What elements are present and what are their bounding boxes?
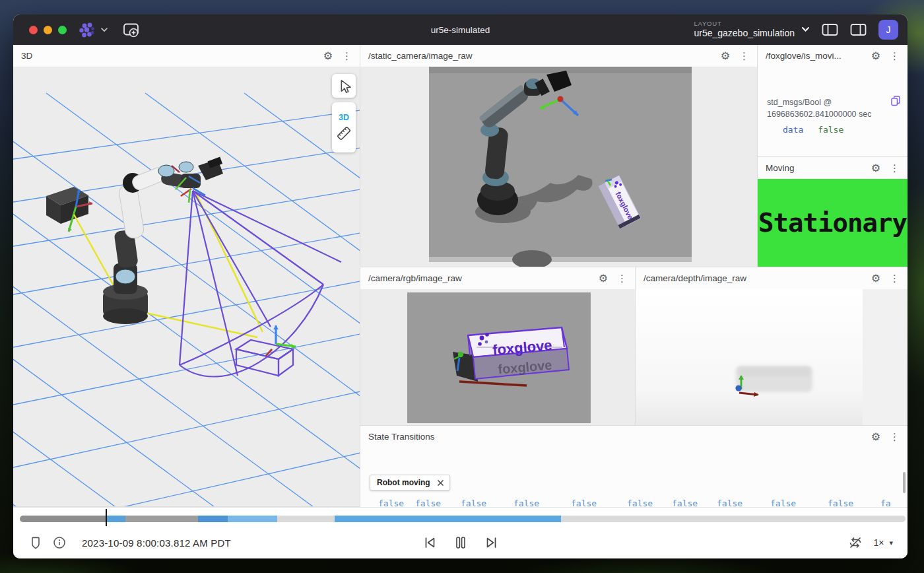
playback-bar: 2023-10-09 8:00:03.812 AM PDT: [13, 507, 908, 558]
info-icon[interactable]: [53, 536, 66, 549]
scrubber-segment: [125, 516, 198, 522]
panel-menu-icon[interactable]: ⋮: [884, 432, 901, 442]
foxglove-logo-icon: [79, 22, 96, 38]
panel-static-camera: /static_camera/image_raw ⚙ ⋮: [360, 45, 758, 267]
state-value-label: false: [828, 498, 853, 507]
panel-menu-icon[interactable]: ⋮: [612, 273, 628, 283]
message-field-row[interactable]: data false: [783, 124, 900, 137]
window-controls: [29, 26, 67, 34]
layout-label: LAYOUT: [694, 20, 795, 28]
state-value-label: false: [672, 498, 698, 507]
settings-gear-icon[interactable]: ⚙: [867, 432, 884, 442]
panel-state-transitions-header: State Transitions ⚙ ⋮: [360, 426, 908, 448]
user-avatar-button[interactable]: J: [878, 20, 898, 40]
scrubber-track[interactable]: [20, 516, 906, 522]
indicator-display: Stationary: [758, 179, 908, 267]
zoom-window-button[interactable]: [58, 26, 67, 34]
state-value-label: false: [770, 498, 796, 507]
panel-3d-header: 3D ⚙ ⋮: [13, 45, 360, 67]
loop-disabled-icon[interactable]: [847, 535, 863, 550]
panel-static-camera-header: /static_camera/image_raw ⚙ ⋮: [360, 45, 757, 67]
panel-indicator: Moving ⚙ ⋮ Stationary: [758, 157, 908, 267]
panel-title: /camera/rgb/image_raw: [368, 273, 595, 283]
add-panel-button[interactable]: [123, 22, 141, 38]
panel-rgb-camera: /camera/rgb/image_raw ⚙ ⋮: [360, 267, 636, 426]
playback-speed-button[interactable]: 1× ▾: [874, 537, 894, 548]
scrubber-segment: [198, 516, 228, 522]
seek-forward-button[interactable]: [484, 536, 499, 549]
state-value-label: false: [627, 498, 653, 507]
titlebar: ur5e-simulated LAYOUT ur5e_gazebo_simula…: [13, 15, 908, 45]
playhead-marker[interactable]: [106, 509, 107, 526]
settings-gear-icon[interactable]: ⚙: [319, 51, 337, 61]
camera-cube-marker: [46, 187, 92, 232]
settings-gear-icon[interactable]: ⚙: [867, 51, 884, 61]
scrubber-segment: [106, 516, 125, 522]
state-value-label: fa: [880, 498, 891, 507]
state-value-label: false: [378, 498, 404, 507]
rgb-camera-image[interactable]: foxglove foxglove: [360, 289, 635, 425]
minimize-window-button[interactable]: [44, 26, 52, 34]
panel-menu-icon[interactable]: ⋮: [734, 51, 750, 61]
field-value: false: [818, 125, 843, 135]
panel-depth-camera-header: /camera/depth/image_raw ⚙ ⋮: [636, 267, 908, 289]
panel-menu-icon[interactable]: ⋮: [884, 163, 901, 173]
scrubber-segment: [561, 516, 906, 522]
speed-value: 1×: [874, 537, 884, 548]
view-mode-button-group[interactable]: 3D: [332, 102, 356, 152]
scrubber-segment: [277, 516, 335, 522]
3d-viewport[interactable]: 3D: [13, 67, 360, 506]
field-key: data: [783, 125, 803, 135]
depth-camera-image[interactable]: [636, 289, 908, 425]
static-camera-image[interactable]: foxglove: [360, 67, 757, 267]
panel-title: /foxglove/is_movi...: [766, 51, 867, 61]
measure-ruler-icon[interactable]: [335, 125, 352, 147]
panel-raw-messages-header: /foxglove/is_movi... ⚙ ⋮: [758, 45, 908, 67]
layout-chevron-icon: [801, 26, 810, 32]
timeline-scrubber[interactable]: [20, 512, 906, 526]
3d-mode-toggle[interactable]: 3D: [339, 108, 349, 125]
scrubber-segment: [228, 516, 277, 522]
panel-layout: 3D ⚙ ⋮: [13, 45, 908, 507]
scrubber-segment: [335, 516, 561, 522]
cursor-icon: [341, 81, 350, 92]
settings-gear-icon[interactable]: ⚙: [867, 163, 884, 174]
data-source-shield-icon[interactable]: [29, 536, 42, 550]
copy-message-button[interactable]: [890, 95, 901, 106]
panel-title: Moving: [766, 163, 867, 173]
series-close-icon[interactable]: [437, 479, 444, 487]
close-window-button[interactable]: [29, 26, 38, 34]
settings-gear-icon[interactable]: ⚙: [717, 51, 734, 61]
left-sidebar-toggle-button[interactable]: [822, 23, 838, 36]
right-sidebar-toggle-button[interactable]: [850, 23, 867, 36]
series-chip-label: Robot moving: [377, 478, 430, 487]
app-menu-chevron-icon[interactable]: [100, 27, 108, 32]
indicator-value: Stationary: [758, 208, 907, 238]
window-title: ur5e-simulated: [431, 15, 490, 45]
series-chip[interactable]: Robot moving: [370, 475, 450, 490]
chart-scrollbar[interactable]: [903, 472, 906, 493]
settings-gear-icon[interactable]: ⚙: [595, 273, 612, 284]
select-tool-button[interactable]: [332, 74, 356, 98]
panel-title: /camera/depth/image_raw: [644, 273, 867, 283]
state-value-label: false: [461, 498, 486, 507]
panel-menu-icon[interactable]: ⋮: [337, 51, 353, 61]
scrubber-segment: [20, 516, 106, 522]
panel-menu-icon[interactable]: ⋮: [884, 51, 901, 61]
pause-button[interactable]: [454, 535, 467, 550]
panel-3d: 3D ⚙ ⋮: [13, 45, 360, 507]
panel-depth-camera: /camera/depth/image_raw ⚙ ⋮: [636, 267, 908, 426]
layout-picker-button[interactable]: LAYOUT ur5e_gazebo_simulation: [694, 20, 810, 38]
desktop-background: ur5e-simulated LAYOUT ur5e_gazebo_simula…: [0, 0, 924, 573]
raw-message-body: std_msgs/Bool @ 1696863602.841000000 sec…: [758, 88, 908, 137]
state-value-label: false: [415, 498, 441, 507]
current-timestamp[interactable]: 2023-10-09 8:00:03.812 AM PDT: [82, 537, 231, 549]
panel-raw-messages: /foxglove/is_movi... ⚙ ⋮ std_msgs/Bool @…: [758, 45, 908, 157]
panel-title: 3D: [21, 51, 319, 61]
seek-backward-button[interactable]: [422, 536, 437, 549]
panel-rgb-camera-header: /camera/rgb/image_raw ⚙ ⋮: [360, 267, 635, 289]
settings-gear-icon[interactable]: ⚙: [867, 273, 884, 284]
speed-chevron-icon: ▾: [889, 539, 893, 547]
panel-menu-icon[interactable]: ⋮: [884, 273, 901, 283]
panel-title: /static_camera/image_raw: [368, 51, 717, 61]
